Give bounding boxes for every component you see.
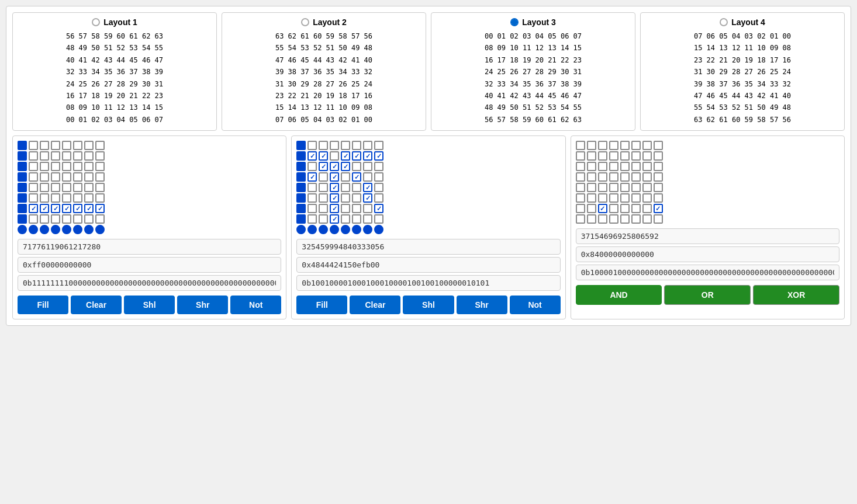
panel2-cb-1-5[interactable] [352,151,361,161]
panel1-hex-input[interactable] [18,257,281,273]
panel2-cb-2-0[interactable] [296,162,306,171]
panel3-cb-1-1[interactable] [587,151,596,161]
panel1-cb-5-5[interactable] [73,193,82,203]
panel3-cb-7-3[interactable] [609,214,618,224]
panel2-cb-0-4[interactable] [341,141,350,150]
panel1-cb-6-7[interactable] [95,204,105,213]
panel2-cb-1-3[interactable] [330,151,339,161]
panel1-cb-0-0[interactable] [18,141,27,150]
layout1-radio[interactable] [92,18,100,26]
panel1-cb-0-4[interactable] [62,141,71,150]
panel3-cb-4-5[interactable] [631,183,641,192]
panel1-cb-7-7[interactable] [95,214,105,224]
panel3-cb-7-7[interactable] [654,214,663,224]
panel1-cb-5-1[interactable] [29,193,38,203]
panel1-cb-5-2[interactable] [40,193,49,203]
panel3-cb-3-0[interactable] [576,172,585,182]
layout2-radio[interactable] [301,18,309,26]
panel2-cb-0-1[interactable] [307,141,317,150]
panel3-cb-2-3[interactable] [609,162,618,171]
panel2-cb-6-0[interactable] [296,204,306,213]
panel2-cb-2-5[interactable] [352,162,361,171]
panel2-dot-1[interactable] [307,225,317,234]
panel3-cb-1-2[interactable] [598,151,607,161]
panel1-cb-7-1[interactable] [29,214,38,224]
panel1-cb-6-6[interactable] [84,204,94,213]
panel3-cb-1-4[interactable] [620,151,630,161]
panel2-cb-2-3[interactable] [330,162,339,171]
panel3-cb-2-4[interactable] [620,162,630,171]
panel1-cb-2-4[interactable] [62,162,71,171]
panel2-cb-4-0[interactable] [296,183,306,192]
panel1-cb-6-2[interactable] [40,204,49,213]
panel2-cb-5-6[interactable] [363,193,372,203]
panel2-cb-5-4[interactable] [341,193,350,203]
panel1-cb-3-6[interactable] [84,172,94,182]
panel3-cb-3-5[interactable] [631,172,641,182]
panel1-cb-4-1[interactable] [29,183,38,192]
panel2-cb-7-6[interactable] [363,214,372,224]
panel1-cb-5-3[interactable] [51,193,60,203]
panel2-cb-1-2[interactable] [319,151,328,161]
panel3-cb-4-2[interactable] [598,183,607,192]
panel1-cb-2-6[interactable] [84,162,94,171]
panel3-cb-1-7[interactable] [654,151,663,161]
panel1-shl-button[interactable]: Shl [124,296,175,314]
panel2-cb-5-3[interactable] [330,193,339,203]
panel1-cb-3-3[interactable] [51,172,60,182]
panel1-cb-0-1[interactable] [29,141,38,150]
panel3-binary-input[interactable] [576,265,839,280]
panel3-cb-6-2[interactable] [598,204,607,213]
panel1-cb-0-3[interactable] [51,141,60,150]
panel1-cb-3-0[interactable] [18,172,27,182]
panel3-cb-5-2[interactable] [598,193,607,203]
panel2-cb-0-6[interactable] [363,141,372,150]
panel1-dot-5[interactable] [73,225,82,234]
panel1-cb-6-3[interactable] [51,204,60,213]
panel1-cb-4-7[interactable] [95,183,105,192]
panel2-clear-button[interactable]: Clear [350,296,400,314]
panel2-cb-3-0[interactable] [296,172,306,182]
panel1-dot-7[interactable] [95,225,105,234]
panel2-cb-3-1[interactable] [307,172,317,182]
panel1-cb-7-5[interactable] [73,214,82,224]
panel3-or-button[interactable]: OR [664,285,751,305]
panel2-cb-7-5[interactable] [352,214,361,224]
panel1-cb-5-7[interactable] [95,193,105,203]
panel3-cb-6-4[interactable] [620,204,630,213]
panel3-cb-6-7[interactable] [654,204,663,213]
panel2-cb-2-6[interactable] [363,162,372,171]
panel3-cb-7-6[interactable] [642,214,652,224]
panel2-shr-button[interactable]: Shr [457,296,507,314]
panel3-cb-5-3[interactable] [609,193,618,203]
panel2-cb-3-2[interactable] [319,172,328,182]
panel3-cb-2-5[interactable] [631,162,641,171]
panel1-cb-3-4[interactable] [62,172,71,182]
panel1-dot-6[interactable] [84,225,94,234]
panel3-cb-1-6[interactable] [642,151,652,161]
panel1-cb-7-4[interactable] [62,214,71,224]
panel1-cb-2-0[interactable] [18,162,27,171]
panel3-cb-2-7[interactable] [654,162,663,171]
panel3-cb-6-1[interactable] [587,204,596,213]
panel2-shl-button[interactable]: Shl [403,296,454,314]
panel3-cb-7-4[interactable] [620,214,630,224]
panel3-cb-0-0[interactable] [576,141,585,150]
panel2-cb-7-1[interactable] [307,214,317,224]
panel2-cb-7-7[interactable] [374,214,383,224]
panel3-cb-2-1[interactable] [587,162,596,171]
panel2-dot-0[interactable] [296,225,306,234]
panel2-cb-6-5[interactable] [352,204,361,213]
panel2-cb-1-4[interactable] [341,151,350,161]
panel1-cb-7-6[interactable] [84,214,94,224]
layout3-radio[interactable] [510,18,519,26]
panel2-cb-3-6[interactable] [363,172,372,182]
panel2-cb-0-2[interactable] [319,141,328,150]
panel1-dot-3[interactable] [51,225,60,234]
panel2-cb-4-5[interactable] [352,183,361,192]
panel3-hex-input[interactable] [576,246,839,262]
panel3-cb-2-0[interactable] [576,162,585,171]
panel2-cb-2-1[interactable] [307,162,317,171]
panel3-cb-2-2[interactable] [598,162,607,171]
panel2-cb-6-7[interactable] [374,204,383,213]
